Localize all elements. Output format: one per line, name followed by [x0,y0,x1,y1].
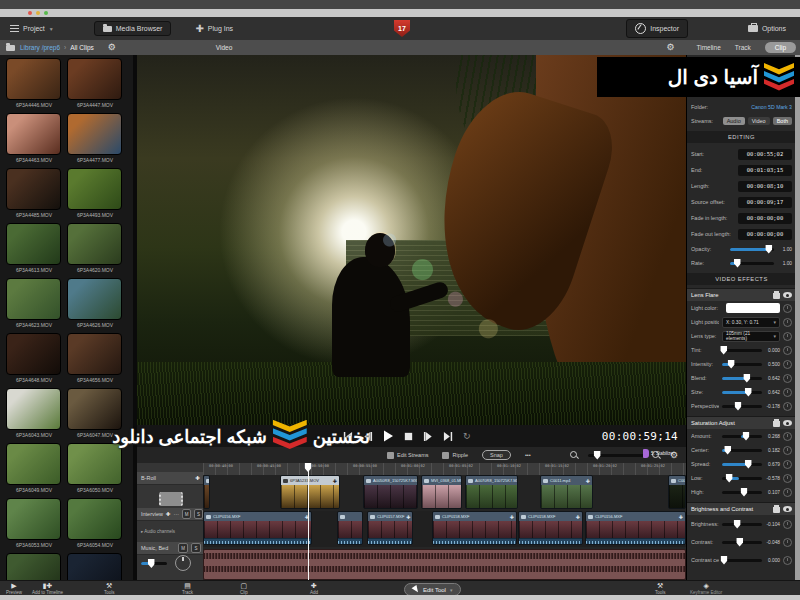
media-clip-cell[interactable]: 6P3A4463.MOV [6,113,67,168]
media-clip-thumbnail[interactable] [67,278,122,320]
music-mute-button[interactable]: M [178,543,188,553]
keyframe-toggle-icon[interactable] [783,332,792,341]
media-clip-cell[interactable]: 6P3A4648.MOV [6,333,67,388]
tab-timeline[interactable]: Timeline [696,44,720,51]
effect-visibility-icon[interactable] [783,420,792,426]
effect-slider[interactable] [722,377,762,380]
media-clip-cell[interactable] [67,553,128,580]
media-clip-thumbnail[interactable] [6,498,61,540]
timeline-clip[interactable]: CLIP0157.MXF✚ [367,511,413,545]
timeline-clip[interactable]: CLIP0156.MXF✚ [585,511,686,545]
next-frame-button[interactable] [423,431,434,442]
media-clip-thumbnail[interactable] [67,168,122,210]
clip-transition-handle-icon[interactable]: ✚ [510,514,514,520]
edit-streams-button[interactable]: Edit Streams [387,452,428,459]
playhead-line[interactable] [308,463,309,580]
close-window-button[interactable] [28,11,32,15]
clip-transition-handle-icon[interactable]: ✚ [576,514,580,520]
interview-mute-button[interactable]: M [182,509,191,519]
effect-slider[interactable] [730,262,774,265]
timeline-clip[interactable]: C0013.mp4 [668,475,686,509]
media-clip-thumbnail[interactable] [67,333,122,375]
play-button[interactable] [382,430,394,442]
effect-section-header[interactable]: Saturation Adjust [687,416,796,429]
project-menu[interactable]: Project ▼ [10,25,54,32]
keyframe-toggle-icon[interactable] [783,432,792,441]
media-browser-button[interactable]: Media Browser [94,21,172,36]
keyframe-toggle-icon[interactable] [783,488,792,497]
effect-slider[interactable] [730,248,774,251]
library-gear-icon[interactable]: ⚙ [108,43,116,52]
timeline-clip[interactable]: 6P3A5233.MOV✚ [280,475,340,509]
streams-audio-button[interactable]: Audio [723,117,745,125]
media-clip-cell[interactable]: 6P3A4446.MOV [6,58,67,113]
keyframe-toggle-icon[interactable] [783,520,792,529]
timeline-clip[interactable]: A0070R8_150725K7.MXF✚ [465,475,518,509]
keyframe-toggle-icon[interactable] [783,360,792,369]
media-clip-cell[interactable]: 6P3A4447.MOV [67,58,128,113]
timeline-clip[interactable]: CLIP0156.MXF✚ [203,511,312,545]
slider-thumb[interactable] [741,488,748,497]
timeline-area[interactable]: 00:00:40;0000:00:45;0000:00:50;0000:00:5… [203,463,686,580]
timeline-marker[interactable]: 5. Stabilize [643,449,673,458]
keyframe-toggle-icon[interactable] [783,402,792,411]
timeline-clip[interactable] [203,475,210,509]
audio-channels-disclosure[interactable]: ▸ Audio channels [137,529,207,534]
clip-menu[interactable]: ▢ Clip [240,582,248,595]
keyframe-toggle-icon[interactable] [783,374,792,383]
loop-playback-button[interactable]: ↻ [463,431,471,441]
editing-field-value[interactable]: 00:00:00;00 [738,229,792,240]
music-pan-knob[interactable] [175,555,191,571]
keyframe-toggle-icon[interactable] [783,446,792,455]
timeline-zoom-slider[interactable] [588,454,646,457]
clip-transition-handle-icon[interactable]: ✚ [586,478,590,484]
slider-thumb[interactable] [724,446,731,455]
slider-thumb[interactable] [743,374,750,383]
zoom-window-button[interactable] [44,11,48,15]
add-menu[interactable]: ✚ Add [310,582,318,595]
keyframe-toggle-icon[interactable] [783,474,792,483]
effect-slider[interactable] [722,349,762,352]
slider-thumb[interactable] [745,388,752,397]
timeline-clip[interactable] [337,511,363,545]
track-header-broll[interactable]: B-Roll ✚ [137,472,203,485]
keyframe-toggle-icon[interactable] [783,346,792,355]
timeline-gear-icon[interactable]: ⚙ [666,43,674,52]
editing-field-value[interactable]: 00:00:08;10 [738,181,792,192]
track-header-music[interactable]: Music, Bed M S [137,542,203,555]
track-header-interview[interactable]: Interview ✚ ⋯ M S [137,508,203,521]
slider-thumb[interactable] [736,538,743,547]
plug-ins-button[interactable]: ✚ Plug Ins [195,25,233,32]
video-tab[interactable]: Video [216,44,233,51]
zoom-out-icon[interactable] [570,451,578,459]
media-clip-cell[interactable]: 6P3A4626.MOV [67,278,128,333]
slider-thumb[interactable] [735,402,742,411]
delete-effect-icon[interactable] [773,505,780,513]
ripple-button[interactable]: Ripple [442,452,468,459]
media-clip-thumbnail[interactable] [67,223,122,265]
effect-visibility-icon[interactable] [783,506,792,512]
media-clip-cell[interactable]: 6P3A4485.MOV [6,168,67,223]
slider-thumb[interactable] [721,556,728,565]
preview-button[interactable]: ▶ Preview [6,582,22,595]
media-clip-thumbnail[interactable] [67,58,122,100]
timeline-clip[interactable]: A0050R8_150725K7.MXF✚ [363,475,418,509]
slider-thumb[interactable] [745,460,752,469]
media-clip-thumbnail[interactable] [6,553,61,580]
clip-transition-handle-icon[interactable]: ✚ [406,514,410,520]
media-clip-thumbnail[interactable] [67,113,122,155]
stop-button[interactable] [403,431,414,442]
media-clip-thumbnail[interactable] [6,168,61,210]
zoom-slider-thumb[interactable] [594,451,601,460]
effect-slider[interactable] [722,391,762,394]
keyframe-editor-button[interactable]: ◈ Keyframe Editor [690,582,722,595]
media-clip-thumbnail[interactable] [6,278,61,320]
effect-dropdown[interactable]: 105mm (21 elements)▾ [722,331,780,342]
media-tools-menu[interactable]: ⚒ Tools [104,582,115,595]
timeline-clip[interactable]: CLIP0158.MXF✚ [518,511,583,545]
add-to-timeline-button[interactable]: ▮✚ Add to Timeline [32,582,63,595]
music-audio-clip[interactable] [203,549,686,580]
keyframe-toggle-icon[interactable] [783,304,792,313]
effect-slider[interactable] [722,435,762,438]
clip-transition-handle-icon[interactable]: ✚ [679,514,683,520]
